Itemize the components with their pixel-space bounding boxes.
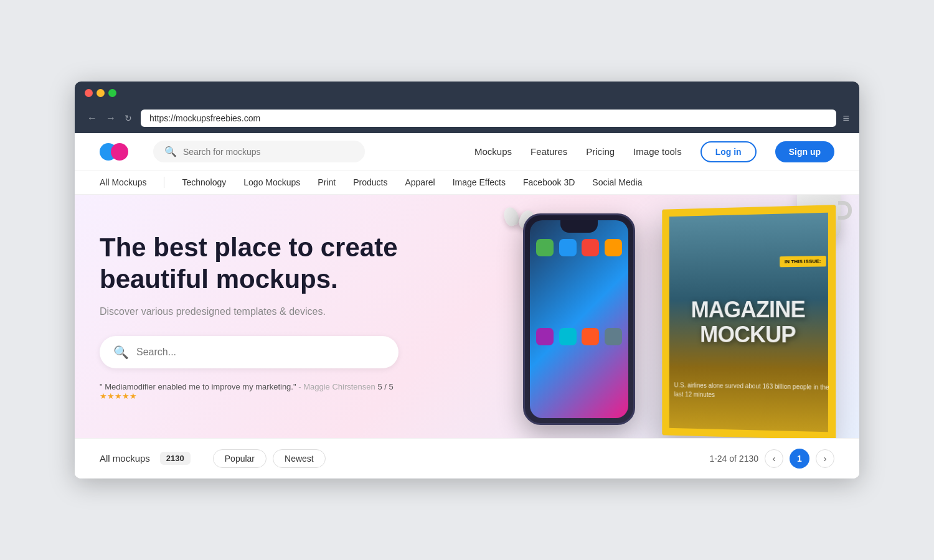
cat-print[interactable]: Print	[318, 177, 336, 187]
pagination-info: 1-24 of 2130	[709, 454, 758, 464]
bottom-bar: All mockups 2130 Popular Newest 1-24 of …	[75, 438, 859, 478]
app-icon-5	[536, 328, 554, 345]
cat-facebook-3d[interactable]: Facebook 3D	[523, 177, 575, 187]
phone-body	[523, 213, 635, 425]
phone-mockup	[523, 213, 635, 425]
minimize-button[interactable]	[97, 89, 105, 97]
hero-images: MAGAZINE MOCKUP IN THIS ISSUE: U.S. airl…	[461, 195, 859, 438]
newest-filter-button[interactable]: Newest	[273, 449, 326, 468]
app-icon-8	[605, 328, 622, 345]
hero-search-input[interactable]	[136, 347, 385, 358]
cat-apparel[interactable]: Apparel	[405, 177, 435, 187]
magazine-subtitle: U.S. airlines alone surved about 163 bil…	[674, 380, 836, 401]
cat-all-mockups[interactable]: All Mockups	[100, 177, 146, 187]
forward-button[interactable]: →	[103, 111, 118, 125]
nav-image-tools[interactable]: Image tools	[633, 146, 682, 157]
magazine-title: MAGAZINE MOCKUP	[691, 297, 805, 347]
browser-menu-icon[interactable]: ≡	[842, 112, 849, 125]
nav-pricing[interactable]: Pricing	[586, 146, 615, 157]
nav-mockups[interactable]: Mockups	[474, 146, 512, 157]
earbud-left	[502, 205, 521, 228]
back-button[interactable]: ←	[85, 111, 100, 125]
fullscreen-button[interactable]	[108, 89, 116, 97]
app-icon-6	[559, 328, 577, 345]
current-page: 1	[790, 449, 809, 469]
login-button[interactable]: Log in	[700, 141, 757, 162]
site-content: 🔍 Mockups Features Pricing Image tools L…	[75, 133, 859, 478]
hero-content: The best place to create beautiful mocku…	[75, 195, 423, 438]
refresh-button[interactable]: ↻	[122, 112, 134, 124]
logo-right-circle	[111, 143, 128, 161]
app-icon-4	[605, 239, 622, 256]
nav-buttons: ← → ↻	[85, 111, 134, 125]
nav-search-bar[interactable]: 🔍	[153, 141, 365, 162]
category-nav: All Mockups Technology Logo Mockups Prin…	[75, 170, 859, 195]
hero-title: The best place to create beautiful mocku…	[100, 232, 399, 295]
magazine-cover: MAGAZINE MOCKUP IN THIS ISSUE: U.S. airl…	[662, 205, 836, 438]
nav-features[interactable]: Features	[531, 146, 567, 157]
cat-image-effects[interactable]: Image Effects	[453, 177, 506, 187]
mockup-count-badge: 2130	[160, 452, 191, 465]
nav-search-icon: 🔍	[164, 146, 177, 157]
cat-social-media[interactable]: Social Media	[592, 177, 642, 187]
url-bar[interactable]	[141, 110, 836, 127]
traffic-lights	[85, 89, 116, 97]
signup-button[interactable]: Sign up	[775, 141, 834, 162]
address-bar-container: ← → ↻ ≡	[75, 105, 859, 133]
hero-search-bar[interactable]: 🔍	[100, 336, 399, 368]
magazine-mockup: MAGAZINE MOCKUP IN THIS ISSUE: U.S. airl…	[662, 205, 836, 438]
logo	[100, 143, 128, 161]
app-icon-3	[582, 239, 599, 256]
nav-search-input[interactable]	[183, 147, 354, 157]
hero-subtitle: Discover various predesigned templates &…	[100, 306, 399, 317]
browser-window: ← → ↻ ≡ 🔍 Mockups Features Pricing Image…	[75, 82, 859, 478]
mockup-container: MAGAZINE MOCKUP IN THIS ISSUE: U.S. airl…	[461, 195, 859, 438]
close-button[interactable]	[85, 89, 93, 97]
app-icon-7	[582, 328, 599, 345]
filter-buttons: Popular Newest	[213, 449, 326, 468]
prev-page-button[interactable]: ‹	[765, 449, 783, 468]
magazine-tag: IN THIS ISSUE:	[780, 256, 826, 267]
hero-search-icon: 🔍	[113, 345, 129, 360]
top-nav: 🔍 Mockups Features Pricing Image tools L…	[75, 133, 859, 170]
cat-logo-mockups[interactable]: Logo Mockups	[243, 177, 300, 187]
cat-technology[interactable]: Technology	[182, 177, 226, 187]
phone-screen	[530, 220, 628, 418]
pagination: 1-24 of 2130 ‹ 1 ›	[709, 449, 834, 469]
cat-products[interactable]: Products	[353, 177, 387, 187]
hero-rating-text: " Mediamodifier enabled me to improve my…	[100, 382, 296, 391]
hero-rating-score: 5 / 5	[377, 382, 393, 391]
hero-section: The best place to create beautiful mocku…	[75, 195, 859, 438]
hero-stars: ★★★★★	[100, 391, 137, 401]
hero-rating-author: - Maggie Chirstensen	[298, 382, 375, 391]
nav-links: Mockups Features Pricing Image tools Log…	[474, 141, 834, 162]
all-mockups-label: All mockups	[100, 453, 150, 464]
next-page-button[interactable]: ›	[816, 449, 834, 468]
phone-notch	[560, 220, 598, 233]
hero-rating: " Mediamodifier enabled me to improve my…	[100, 382, 399, 401]
app-icon-2	[559, 239, 577, 256]
title-bar	[75, 82, 859, 105]
cat-divider	[164, 177, 164, 188]
mug-handle	[838, 201, 852, 220]
popular-filter-button[interactable]: Popular	[213, 449, 267, 468]
app-icon-1	[536, 239, 554, 256]
